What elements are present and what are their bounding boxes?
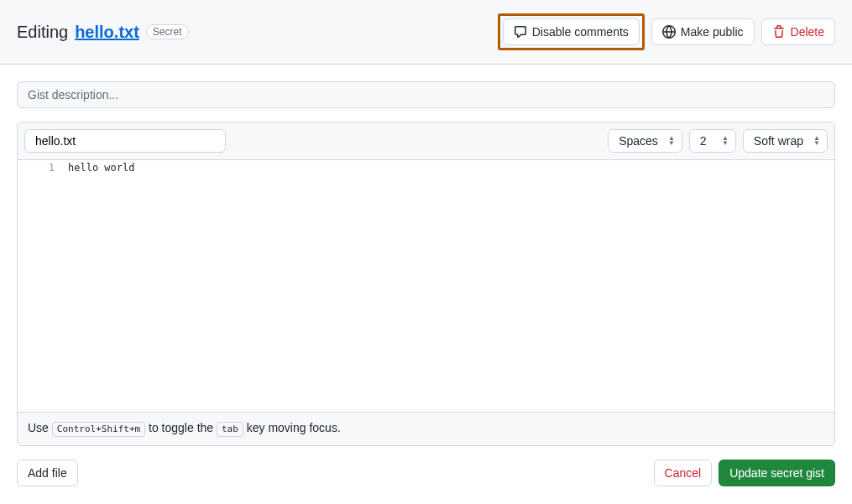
- line-text: hello world: [68, 160, 134, 175]
- indent-mode-select[interactable]: Spaces ▲▼: [608, 129, 682, 153]
- gist-filename-link[interactable]: hello.txt: [75, 23, 139, 42]
- gist-description-input[interactable]: [17, 81, 835, 108]
- bottom-actions: Add file Cancel Update secret gist: [17, 460, 835, 486]
- file-footer-hint: Use Control+Shift+m to toggle the tab ke…: [18, 412, 834, 445]
- file-toolbar: Spaces ▲▼ 2 ▲▼ Soft wrap ▲▼: [18, 122, 834, 160]
- disable-comments-button[interactable]: Disable comments: [503, 18, 640, 45]
- bottom-right-actions: Cancel Update secret gist: [654, 460, 835, 486]
- secret-badge: Secret: [146, 24, 189, 39]
- cancel-button[interactable]: Cancel: [654, 460, 713, 486]
- globe-icon: [662, 25, 676, 39]
- editor-line: 1 hello world: [18, 160, 834, 175]
- updown-icon: ▲▼: [668, 136, 675, 146]
- kbd-shortcut: Control+Shift+m: [52, 422, 145, 437]
- update-gist-button[interactable]: Update secret gist: [719, 460, 835, 486]
- line-number: 1: [18, 160, 68, 175]
- disable-comments-label: Disable comments: [532, 23, 629, 40]
- make-public-button[interactable]: Make public: [651, 18, 755, 45]
- code-editor[interactable]: 1 hello world: [18, 160, 834, 412]
- indent-size-select[interactable]: 2 ▲▼: [689, 129, 736, 153]
- header-right: Disable comments Make public Delete: [498, 13, 835, 50]
- highlight-annotation: Disable comments: [498, 13, 645, 50]
- page-header: Editing hello.txt Secret Disable comment…: [0, 0, 852, 65]
- delete-label: Delete: [791, 23, 824, 40]
- wrap-mode-select[interactable]: Soft wrap ▲▼: [743, 129, 828, 153]
- header-left: Editing hello.txt Secret: [17, 23, 189, 42]
- indent-size-value: 2: [700, 134, 707, 148]
- make-public-label: Make public: [681, 23, 744, 40]
- toolbar-right: Spaces ▲▼ 2 ▲▼ Soft wrap ▲▼: [608, 129, 828, 153]
- file-block: Spaces ▲▼ 2 ▲▼ Soft wrap ▲▼ 1 hello worl…: [17, 122, 835, 446]
- content-area: Spaces ▲▼ 2 ▲▼ Soft wrap ▲▼ 1 hello worl…: [0, 65, 852, 503]
- trash-icon: [772, 25, 786, 39]
- indent-mode-value: Spaces: [619, 134, 658, 148]
- kbd-tab: tab: [217, 422, 243, 437]
- filename-input[interactable]: [24, 129, 226, 153]
- add-file-button[interactable]: Add file: [17, 460, 78, 486]
- updown-icon: ▲▼: [813, 136, 820, 146]
- delete-button[interactable]: Delete: [761, 18, 835, 45]
- updown-icon: ▲▼: [722, 136, 729, 146]
- comment-icon: [514, 25, 527, 39]
- wrap-mode-value: Soft wrap: [754, 134, 803, 148]
- editing-label: Editing: [17, 23, 68, 42]
